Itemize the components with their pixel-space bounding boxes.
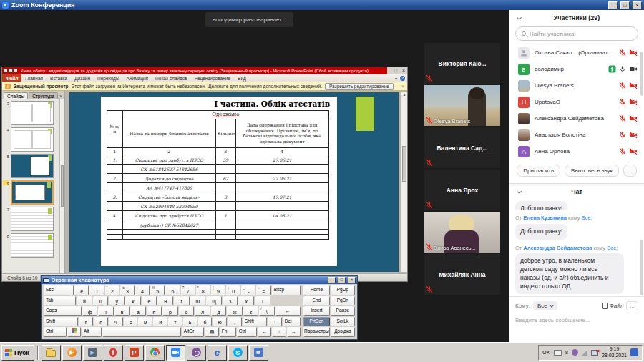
keyboard-close-button[interactable]: ×: [348, 277, 356, 283]
chat-file-button[interactable]: Файл: [602, 303, 624, 309]
slide-thumbnail-7[interactable]: 7: [3, 207, 59, 231]
video-tile[interactable]: Виктория Каю...: [424, 43, 500, 84]
key-ї[interactable]: ї: [255, 296, 270, 306]
participant-row[interactable]: Olesya Branets: [509, 77, 644, 94]
key-.[interactable]: ,.: [228, 317, 242, 327]
slide-thumbnail-3[interactable]: 3: [3, 101, 59, 125]
ppt-close-button[interactable]: ×: [402, 67, 405, 74]
key-и[interactable]: и: [153, 317, 167, 327]
key-т[interactable]: т: [168, 317, 182, 327]
slides-pane-close-icon[interactable]: ×: [59, 94, 64, 99]
opera-taskbar-icon[interactable]: [104, 345, 123, 361]
key-1[interactable]: !1: [89, 285, 104, 295]
key-б[interactable]: б: [198, 317, 213, 327]
keyboard-layout-icon[interactable]: [554, 350, 562, 356]
start-button[interactable]: Пуск: [1, 345, 34, 361]
key-←[interactable]: ←: [275, 306, 301, 316]
key-ч[interactable]: ч: [109, 317, 123, 327]
folder-taskbar-icon[interactable]: [42, 345, 61, 361]
key-ж[interactable]: ж: [227, 306, 243, 316]
key-Insert[interactable]: Insert: [303, 306, 330, 316]
key-0[interactable]: )0: [226, 285, 240, 295]
ribbon-tab-5[interactable]: Анимация: [123, 74, 152, 82]
close-button[interactable]: ×: [633, 1, 642, 9]
slides-scrollbar[interactable]: [59, 99, 64, 273]
key-і[interactable]: і: [98, 306, 114, 316]
key--[interactable]: _-: [241, 285, 255, 295]
win-key[interactable]: [67, 327, 81, 337]
tray-app-icon[interactable]: [630, 348, 638, 356]
chat-more-button[interactable]: ...: [626, 301, 638, 310]
tab-outline[interactable]: Структура: [29, 92, 58, 99]
key-й[interactable]: й: [77, 296, 92, 306]
key-Esc[interactable]: Esc: [44, 285, 74, 295]
key-ш[interactable]: ш: [190, 296, 206, 306]
ribbon-tab-4[interactable]: Переходы: [94, 74, 123, 82]
participant-row[interactable]: Анастасія Болотіна: [509, 127, 644, 143]
ribbon-tab-3[interactable]: Дизайн: [71, 74, 94, 82]
key-Ctrl[interactable]: Ctrl: [44, 327, 67, 337]
key-←[interactable]: ←: [258, 327, 271, 337]
slide-scrollbar[interactable]: ▲: [401, 92, 407, 272]
key-Pause[interactable]: Pause: [331, 306, 355, 316]
help-icon[interactable]: ?: [400, 76, 405, 81]
key-PgDn[interactable]: PgDn: [331, 296, 355, 306]
key-Caps[interactable]: Caps: [44, 306, 82, 316]
key-▤[interactable]: ▤: [205, 327, 218, 337]
key-3[interactable]: №3: [120, 285, 135, 295]
key-blank[interactable]: [102, 327, 180, 337]
key-Ctrl[interactable]: Ctrl: [237, 327, 257, 337]
participants-header[interactable]: Участники (29): [509, 10, 644, 26]
keyboard-maximize-button[interactable]: □: [338, 277, 346, 283]
key-2[interactable]: "2: [105, 285, 119, 295]
slide-thumbnail-5[interactable]: 5: [3, 154, 59, 178]
slide-thumbnail-4[interactable]: 4: [3, 127, 59, 152]
key-Home[interactable]: Home: [303, 285, 330, 295]
key-AltGr[interactable]: AltGr: [182, 327, 205, 337]
participants-scrollbar[interactable]: [640, 52, 643, 96]
tab-slides[interactable]: Слайды: [4, 92, 28, 99]
key-л[interactable]: л: [195, 306, 210, 316]
language-indicator[interactable]: UK: [542, 349, 550, 356]
participant-row[interactable]: AАнна Орлова: [509, 143, 644, 160]
key-Shift[interactable]: Shift: [243, 317, 267, 327]
key-з[interactable]: з: [223, 296, 238, 306]
key-\[interactable]: /\: [259, 306, 275, 316]
key-н[interactable]: н: [157, 296, 173, 306]
key-ґ[interactable]: ґ: [79, 317, 93, 327]
ribbon-tab-1[interactable]: Главная: [21, 74, 47, 82]
participant-row[interactable]: Александра Сейдаметова: [509, 110, 644, 127]
key-=[interactable]: +=: [256, 285, 270, 295]
zoom-taskbar-icon[interactable]: [166, 345, 185, 361]
key-ё[interactable]: ё: [74, 285, 89, 295]
key-↑[interactable]: ↑: [268, 317, 282, 327]
video-tile[interactable]: Анна Ярох: [424, 170, 500, 210]
key-д[interactable]: д: [211, 306, 227, 316]
key-Del[interactable]: Del: [283, 317, 301, 327]
key-п[interactable]: п: [147, 306, 162, 316]
ribbon-tab-6[interactable]: Показ слайдов: [152, 74, 191, 82]
participants-more-button[interactable]: ...: [623, 165, 637, 177]
key-о[interactable]: о: [179, 306, 195, 316]
key-а[interactable]: а: [130, 306, 146, 316]
key-PgUp[interactable]: PgUp: [331, 285, 355, 295]
viber-tray-icon[interactable]: [572, 349, 578, 356]
key-ю[interactable]: ю: [213, 317, 227, 327]
ribbon-tab-2[interactable]: Вставка: [47, 74, 71, 82]
key-с[interactable]: с: [124, 317, 138, 327]
participant-row[interactable]: UUpatovaO: [509, 94, 644, 110]
key-Tab[interactable]: Tab: [44, 296, 76, 306]
key-є[interactable]: є: [243, 306, 259, 316]
video-tile[interactable]: Элиза Аванесь...: [424, 212, 500, 253]
key-у[interactable]: у: [109, 296, 125, 306]
key-Довідка[interactable]: Довідка: [331, 327, 355, 337]
key-Fn[interactable]: Fn: [220, 327, 236, 337]
key-↓[interactable]: ↓: [272, 327, 286, 337]
volume-icon[interactable]: [582, 350, 587, 356]
key-Параметры[interactable]: Параметры: [303, 327, 330, 337]
key-7[interactable]: ?7: [181, 285, 195, 295]
key-ScrLk[interactable]: ScrLk: [331, 317, 355, 327]
enable-editing-button[interactable]: Разрешить редактирование: [325, 83, 394, 90]
video-tile[interactable]: Михайляк Анна: [424, 254, 500, 295]
viber-taskbar-icon[interactable]: [187, 345, 206, 361]
